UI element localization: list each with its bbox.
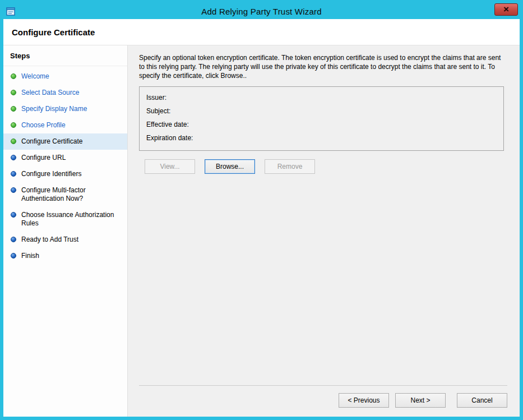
sidebar-item-choose-issuance-rules: Choose Issuance Authorization Rules [3, 207, 127, 232]
issuer-label: Issuer: [146, 94, 166, 101]
cancel-button[interactable]: Cancel [457, 393, 507, 408]
issuer-row: Issuer: [146, 91, 497, 104]
sidebar-item-finish: Finish [3, 248, 127, 264]
sidebar-item-configure-url: Configure URL [3, 150, 127, 166]
subject-row: Subject: [146, 104, 497, 118]
sidebar-item-ready-to-add-trust: Ready to Add Trust [3, 232, 127, 248]
next-button[interactable]: Next > [395, 393, 446, 408]
steps-list: Welcome Select Data Source Specify Displ… [3, 68, 127, 264]
sidebar-item-configure-certificate: Configure Certificate [3, 133, 127, 150]
certificate-actions: View... Browse... Remove [145, 159, 507, 174]
window-title: Add Relying Party Trust Wizard [3, 7, 520, 16]
sidebar-item-select-data-source[interactable]: Select Data Source [3, 85, 127, 101]
steps-heading: Steps [3, 50, 127, 66]
remove-button[interactable]: Remove [265, 159, 315, 174]
step-upcoming-icon [11, 171, 16, 177]
step-upcoming-icon [11, 212, 16, 218]
step-upcoming-icon [11, 155, 16, 160]
view-button[interactable]: View... [145, 159, 195, 174]
sidebar-item-specify-display-name[interactable]: Specify Display Name [3, 101, 127, 117]
certificate-details-box: Issuer: Subject: Effective date: Expirat… [139, 86, 504, 151]
step-completed-icon [11, 90, 16, 95]
page-header: Configure Certificate [3, 19, 520, 45]
step-current-icon [11, 139, 16, 144]
sidebar-item-configure-identifiers: Configure Identifiers [3, 166, 127, 182]
step-completed-icon [11, 73, 16, 79]
step-completed-icon [11, 106, 16, 112]
step-upcoming-icon [11, 187, 16, 193]
subject-label: Subject: [146, 107, 170, 115]
wizard-footer: < Previous Next > Cancel [139, 385, 507, 408]
previous-button[interactable]: < Previous [339, 393, 389, 408]
expiration-date-label: Expiration date: [146, 134, 193, 142]
main-content: Specify an optional token encryption cer… [128, 45, 520, 417]
step-upcoming-icon [11, 237, 16, 242]
expiration-date-row: Expiration date: [146, 131, 497, 145]
page-title: Configure Certificate [12, 27, 511, 37]
steps-sidebar: Steps Welcome Select Data Source Specify… [3, 45, 128, 417]
effective-date-row: Effective date: [146, 118, 497, 131]
sidebar-item-welcome[interactable]: Welcome [3, 68, 127, 85]
sidebar-item-choose-profile[interactable]: Choose Profile [3, 117, 127, 133]
close-icon: × [503, 4, 509, 15]
effective-date-label: Effective date: [146, 121, 189, 128]
browse-button[interactable]: Browse... [205, 159, 255, 174]
description-text: Specify an optional token encryption cer… [139, 53, 507, 80]
close-button[interactable]: × [494, 3, 518, 16]
wizard-window: Add Relying Party Trust Wizard × Configu… [0, 0, 523, 420]
titlebar: Add Relying Party Trust Wizard × [3, 3, 520, 19]
sidebar-item-configure-mfa: Configure Multi-factor Authentication No… [3, 182, 127, 207]
step-completed-icon [11, 122, 16, 128]
step-upcoming-icon [11, 253, 16, 259]
